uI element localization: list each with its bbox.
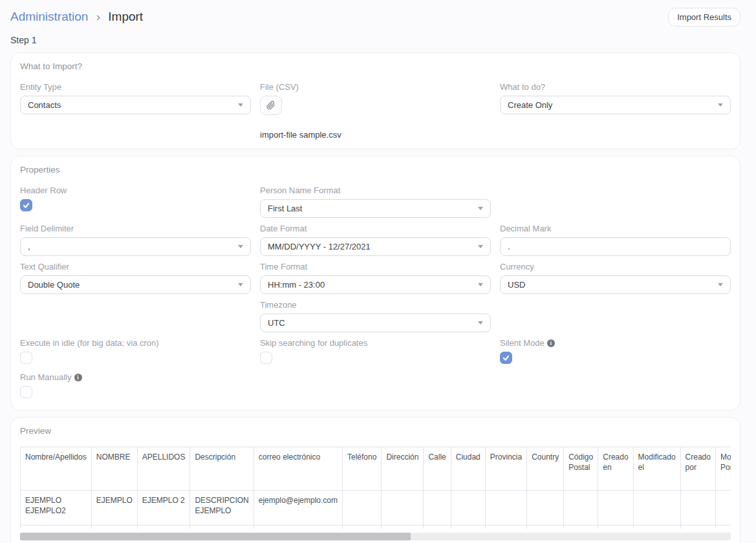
timezone-field: Timezone UTC	[260, 300, 491, 332]
step-label: Step 1	[10, 35, 740, 45]
panel-title: What to Import?	[20, 61, 731, 71]
entity-type-label: Entity Type	[20, 82, 251, 92]
header-row-checkbox[interactable]	[20, 199, 32, 211]
timezone-value: UTC	[268, 318, 285, 328]
execute-in-idle-checkbox[interactable]	[20, 352, 32, 364]
decimal-mark-input[interactable]	[500, 237, 731, 256]
run-manually-checkbox[interactable]	[20, 386, 32, 398]
page-title: Import	[108, 10, 143, 23]
table-cell	[680, 526, 715, 529]
field-delimiter-select[interactable]: ,	[20, 237, 251, 256]
decimal-mark-label: Decimal Mark	[500, 224, 731, 233]
silent-mode-checkbox[interactable]	[500, 352, 512, 364]
table-cell	[485, 526, 526, 529]
column-header: Creado en	[598, 447, 633, 491]
text-qualifier-label: Text Qualifier	[20, 262, 251, 272]
info-icon: i	[74, 374, 82, 381]
timezone-select[interactable]: UTC	[260, 314, 491, 332]
table-cell	[382, 491, 424, 526]
column-header: NOMBRE	[91, 447, 137, 491]
table-cell	[680, 491, 715, 526]
column-header: APELLIDOS	[137, 447, 190, 491]
run-manually-label: Run Manuallyi	[20, 372, 251, 382]
text-qualifier-select[interactable]: Double Quote	[20, 275, 251, 294]
text-qualifier-field: Text Qualifier Double Quote	[20, 262, 251, 294]
preview-table-viewport: Nombre/ApellidosNOMBREAPELLIDOSDescripci…	[20, 447, 731, 529]
column-header: Ciudad	[451, 447, 485, 491]
breadcrumb: Administration › Import	[10, 10, 143, 24]
column-header: Dirección	[382, 447, 424, 491]
what-to-do-label: What to do?	[500, 82, 731, 92]
what-to-do-value: Create Only	[508, 100, 552, 110]
table-cell	[633, 526, 680, 529]
table-cell	[382, 526, 424, 529]
entity-type-select[interactable]: Contacts	[20, 96, 251, 114]
table-cell: EJEMPLO EJEMPLO2	[21, 491, 92, 526]
what-to-import-panel: What to Import? Entity Type Contacts Fil…	[10, 52, 740, 149]
what-to-do-select[interactable]: Create Only	[500, 96, 731, 114]
header-row-label: Header Row	[20, 186, 251, 195]
execute-in-idle-field: Execute in idle (for big data; via cron)	[20, 338, 251, 367]
column-header: Country	[527, 447, 564, 491]
panel-title: Properties	[20, 165, 731, 175]
table-cell: DESCRIPCION EJEMPLO	[190, 491, 254, 526]
time-format-value: HH:mm - 23:00	[268, 280, 325, 290]
currency-field: Currency USD	[500, 262, 731, 294]
currency-value: USD	[508, 280, 525, 290]
date-format-value: MM/DD/YYYY - 12/27/2021	[268, 242, 371, 251]
table-cell	[598, 491, 633, 526]
table-cell	[598, 526, 633, 529]
table-cell	[424, 526, 451, 529]
field-delimiter-field: Field Delimiter ,	[20, 224, 251, 256]
chevron-down-icon	[718, 283, 723, 286]
breadcrumb-administration-link[interactable]: Administration	[10, 10, 88, 23]
table-cell	[715, 526, 731, 529]
table-cell	[137, 526, 190, 529]
date-format-select[interactable]: MM/DD/YYYY - 12/27/2021	[260, 237, 491, 256]
properties-panel: Properties Header Row Person Name Format…	[10, 156, 740, 410]
scrollbar-thumb[interactable]	[20, 533, 411, 540]
decimal-mark-field: Decimal Mark	[500, 224, 731, 256]
person-name-format-select[interactable]: First Last	[260, 199, 491, 218]
chevron-down-icon	[238, 103, 243, 107]
file-upload-button[interactable]	[260, 96, 282, 115]
column-header: Descripción	[190, 447, 254, 491]
table-cell	[715, 491, 731, 526]
table-cell: EJEMPLO	[91, 491, 137, 526]
chevron-down-icon	[478, 245, 483, 248]
entity-type-field: Entity Type Contacts	[20, 82, 251, 140]
run-manually-field: Run Manuallyi	[20, 372, 251, 401]
table-cell	[343, 491, 382, 526]
table-cell	[527, 526, 564, 529]
time-format-label: Time Format	[260, 262, 491, 272]
header-row-field: Header Row	[20, 186, 251, 218]
table-cell	[633, 491, 680, 526]
field-delimiter-value: ,	[28, 242, 30, 251]
import-results-button[interactable]: Import Results	[668, 8, 740, 27]
table-cell	[451, 526, 485, 529]
entity-type-value: Contacts	[28, 100, 61, 110]
currency-select[interactable]: USD	[500, 275, 731, 294]
person-name-format-label: Person Name Format	[260, 186, 491, 195]
field-delimiter-label: Field Delimiter	[20, 224, 251, 233]
skip-duplicates-field: Skip searching for duplicates	[260, 338, 491, 367]
silent-mode-field: Silent Modei	[500, 338, 731, 367]
currency-label: Currency	[500, 262, 731, 272]
table-row: EJEMPLO EJEMPLO2EJEMPLOEJEMPLO 2DESCRIPC…	[21, 491, 731, 526]
chevron-down-icon	[718, 103, 723, 107]
skip-duplicates-checkbox[interactable]	[260, 352, 272, 364]
table-cell	[424, 491, 451, 526]
silent-mode-label: Silent Modei	[500, 338, 731, 348]
column-header: Creado por	[680, 447, 715, 491]
table-cell: ejemplo@ejemplo.com	[254, 491, 342, 526]
column-header: Modificado Por	[715, 447, 731, 491]
column-header: Calle	[424, 447, 451, 491]
table-cell	[91, 526, 137, 529]
table-cell	[527, 491, 564, 526]
timezone-label: Timezone	[260, 300, 491, 310]
file-label: File (CSV)	[260, 82, 491, 92]
time-format-select[interactable]: HH:mm - 23:00	[260, 275, 491, 294]
horizontal-scrollbar[interactable]	[20, 533, 731, 540]
execute-in-idle-label: Execute in idle (for big data; via cron)	[20, 338, 251, 348]
preview-panel: Preview Nombre/ApellidosNOMBREAPELLIDOSD…	[10, 417, 740, 543]
